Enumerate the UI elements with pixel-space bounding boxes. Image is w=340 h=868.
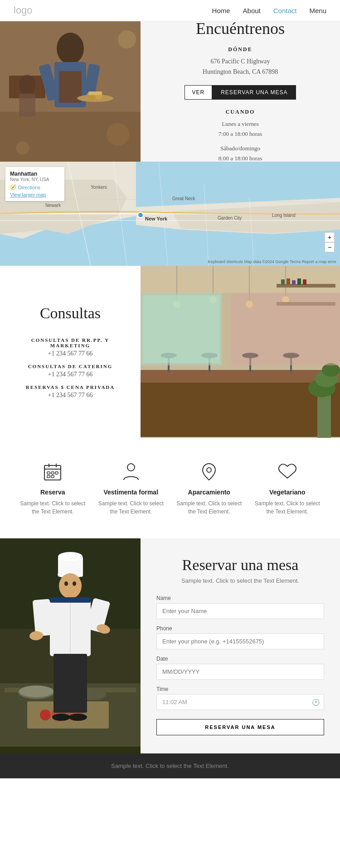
hero-info: Encuéntrenos DÓNDE 676 Pacific C Highway…: [141, 21, 340, 162]
svg-rect-50: [287, 278, 290, 285]
cuando-label: CUANDO: [226, 109, 255, 115]
feature-vegetariano: Vegetariano Sample text. Click to select…: [251, 460, 324, 516]
map-info-box: Manhattan New York, NY, USA 🧭 Directions…: [5, 167, 64, 201]
reservar-hero-button[interactable]: RESERVAR UNA MESA: [212, 85, 296, 100]
svg-point-87: [19, 686, 53, 697]
map-directions[interactable]: 🧭 Directions: [10, 184, 60, 190]
svg-rect-70: [231, 293, 340, 365]
svg-point-15: [118, 30, 136, 48]
pr-phone: +1 234 567 77 66: [48, 350, 93, 357]
consultas-section: Consultas CONSULTAS DE RR.PP. Y MARKETIN…: [0, 266, 340, 438]
map-view-larger[interactable]: View larger map: [10, 192, 60, 197]
donde-label: DÓNDE: [228, 46, 252, 53]
name-label: Name: [156, 595, 324, 601]
location-icon: [198, 460, 220, 483]
features-section: Reserva Sample text. Click to select the…: [0, 438, 340, 538]
svg-point-36: [138, 212, 143, 218]
svg-text:Great Neck: Great Neck: [172, 196, 196, 201]
feature-vegetariano-text: Sample text. Click to select the Text El…: [251, 499, 324, 516]
svg-rect-54: [141, 370, 340, 384]
svg-text:Long Island: Long Island: [272, 213, 296, 218]
address: 676 Pacific C Highway Huntington Beach, …: [203, 57, 278, 77]
svg-point-98: [59, 573, 82, 599]
svg-rect-104: [33, 599, 53, 636]
svg-rect-65: [143, 295, 220, 363]
ver-button[interactable]: VER: [185, 85, 213, 100]
feature-aparcamiento: Aparcamiento Sample text. Click to selec…: [173, 460, 245, 516]
map-section: New York Garden City Long Island Newark …: [0, 162, 340, 266]
reservation-title: Reservar una mesa: [156, 556, 324, 574]
svg-text:Yonkers: Yonkers: [91, 185, 107, 190]
reservation-section: Reservar una mesa Sample text. Click to …: [0, 538, 340, 753]
svg-rect-108: [53, 654, 87, 713]
nav-about[interactable]: About: [243, 7, 261, 14]
person-icon: [120, 460, 142, 483]
private-phone: +1 234 567 77 66: [48, 392, 93, 399]
clock-icon: 🕐: [312, 698, 320, 706]
phone-group: Phone: [156, 625, 324, 649]
address-line2: Huntington Beach, CA 67898: [203, 68, 278, 75]
map-location-sub: New York, NY, USA: [10, 177, 60, 182]
svg-point-110: [69, 714, 87, 721]
svg-rect-51: [292, 280, 296, 285]
map-zoom-controls: + −: [325, 232, 335, 252]
map-zoom-out[interactable]: −: [325, 242, 335, 252]
time-label: Time: [156, 686, 324, 692]
svg-text:Garden City: Garden City: [218, 216, 242, 221]
address-line1: 676 Pacific C Highway: [210, 58, 270, 65]
nav-home[interactable]: Home: [212, 7, 230, 14]
feature-vegetariano-title: Vegetariano: [251, 489, 324, 496]
feature-aparcamiento-title: Aparcamiento: [173, 489, 245, 496]
consultas-title: Consultas: [40, 305, 101, 322]
svg-rect-79: [51, 475, 54, 478]
svg-rect-53: [303, 279, 306, 285]
svg-point-16: [16, 141, 29, 155]
svg-rect-38: [141, 266, 340, 293]
hero-section: Encuéntrenos DÓNDE 676 Pacific C Highway…: [0, 21, 340, 162]
date-group: Date: [156, 656, 324, 680]
svg-rect-49: [281, 279, 285, 285]
feature-vestimenta-text: Sample text. Click to select the Text El…: [95, 499, 167, 516]
nav-menu[interactable]: Menu: [309, 7, 326, 14]
nav-links: Home About Contact Menu: [212, 7, 326, 14]
time-input[interactable]: [156, 694, 324, 710]
nav-logo: logo: [14, 5, 33, 16]
feature-aparcamiento-text: Sample text. Click to select the Text El…: [173, 499, 245, 516]
pr-label: CONSULTAS DE RR.PP. Y MARKETING: [14, 337, 127, 348]
name-group: Name: [156, 595, 324, 619]
map-location-name: Manhattan: [10, 171, 60, 177]
heart-icon: [276, 460, 299, 483]
reservation-form: Reservar una mesa Sample text. Click to …: [141, 538, 340, 753]
svg-point-81: [207, 468, 211, 472]
phone-label: Phone: [156, 625, 324, 632]
svg-point-99: [64, 581, 68, 586]
time-group: Time 🕐: [156, 686, 324, 710]
hours-weekend: Sábado/domingo 8:00 a 18:00 horas: [219, 144, 262, 163]
svg-text:New York: New York: [145, 216, 168, 221]
svg-point-97: [58, 552, 83, 561]
svg-rect-75: [47, 472, 50, 474]
svg-text:Newark: Newark: [45, 203, 61, 208]
phone-input[interactable]: [156, 633, 324, 649]
chef-image: [0, 538, 141, 753]
feature-vestimenta: Vestimenta formal Sample text. Click to …: [95, 460, 167, 516]
map-background: New York Garden City Long Island Newark …: [0, 162, 340, 266]
hero-title: Encuéntrenos: [196, 19, 285, 38]
svg-point-80: [127, 464, 135, 471]
reserve-button[interactable]: RESERVAR UNA MESA: [156, 719, 324, 735]
date-label: Date: [156, 656, 324, 662]
map-zoom-in[interactable]: +: [325, 232, 335, 242]
feature-reserva: Reserva Sample text. Click to select the…: [16, 460, 89, 516]
catering-phone: +1 234 567 77 66: [48, 371, 93, 378]
private-label: RESERVAS $ CENA PRIVADA: [26, 384, 115, 390]
feature-reserva-title: Reserva: [16, 489, 89, 496]
nav-contact[interactable]: Contact: [273, 7, 297, 14]
catering-label: CONSULTAS DE CATERING: [28, 364, 113, 369]
svg-rect-66: [317, 393, 331, 438]
name-input[interactable]: [156, 603, 324, 619]
date-input[interactable]: [156, 664, 324, 680]
time-wrapper: 🕐: [156, 694, 324, 710]
svg-point-100: [73, 581, 76, 586]
svg-rect-76: [51, 472, 54, 474]
svg-rect-52: [297, 278, 301, 285]
